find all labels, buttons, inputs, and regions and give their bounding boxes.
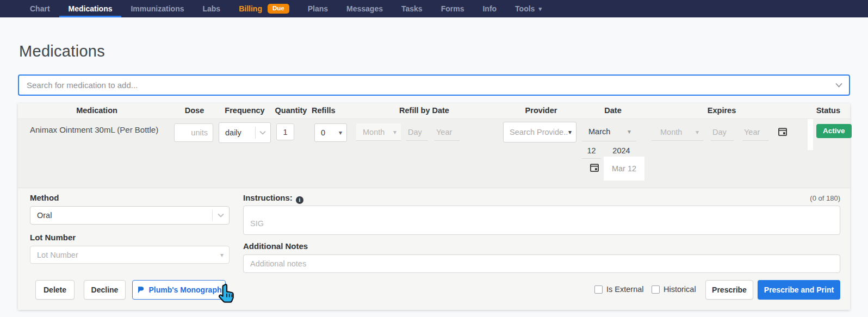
header-dose: Dose <box>174 106 215 115</box>
lot-number-label: Lot Number <box>30 233 76 242</box>
search-chevron-down-icon[interactable] <box>835 83 849 88</box>
tab-medications-label: Medications <box>69 4 113 13</box>
refill-month-select[interactable]: Month ▾ <box>356 123 401 141</box>
billing-due-badge: Due <box>268 4 289 14</box>
lot-number-placeholder: Lot Number <box>30 251 220 259</box>
tab-chart[interactable]: Chart <box>21 0 59 17</box>
tab-info-label: Info <box>482 4 497 13</box>
refills-value: 0 <box>315 128 339 137</box>
lot-number-select[interactable]: Lot Number ▾ <box>30 246 230 264</box>
header-quantity: Quantity <box>269 106 313 115</box>
tab-medications[interactable]: Medications <box>59 0 122 17</box>
date-month-select[interactable]: March ▾ <box>582 122 636 141</box>
historical-checkbox[interactable] <box>652 285 660 294</box>
tab-chart-label: Chart <box>30 4 50 13</box>
tab-billing[interactable]: Billing Due <box>230 0 299 17</box>
is-external-checkbox[interactable] <box>594 285 603 294</box>
date-month-value: March <box>582 127 628 136</box>
tab-forms-label: Forms <box>441 4 464 13</box>
header-expires: Expires <box>689 106 754 115</box>
medication-name: Animax Ointment 30mL (Per Bottle) <box>30 125 158 134</box>
header-frequency: Frequency <box>223 106 266 115</box>
plumbs-logo-icon <box>137 286 145 294</box>
frequency-value: daily <box>219 128 255 137</box>
tab-tasks[interactable]: Tasks <box>392 0 432 17</box>
char-counter: (0 of 180) <box>810 194 840 202</box>
info-icon[interactable]: i <box>296 196 303 204</box>
refill-month-placeholder: Month <box>356 128 393 136</box>
method-label: Method <box>30 193 59 202</box>
tab-billing-label: Billing <box>239 4 262 13</box>
expires-month-select[interactable]: Month ▾ <box>652 123 703 141</box>
header-provider: Provider <box>509 106 574 115</box>
method-divider <box>212 210 213 221</box>
plumbs-monograph-label: Plumb's Monograph <box>149 285 222 294</box>
additional-notes-input[interactable] <box>243 254 840 273</box>
tab-messages[interactable]: Messages <box>337 0 392 17</box>
method-select[interactable]: Oral <box>30 206 230 225</box>
is-external-label: Is External <box>606 285 644 294</box>
date-month-caret-icon: ▾ <box>628 128 636 135</box>
quantity-input[interactable] <box>276 123 294 140</box>
expires-month-caret-icon: ▾ <box>696 129 703 135</box>
header-medication: Medication <box>18 106 176 115</box>
date-display[interactable]: Mar 12 <box>604 157 644 181</box>
frequency-chevron-down-icon <box>259 130 266 135</box>
tab-forms[interactable]: Forms <box>432 0 474 17</box>
tools-dropdown-caret-icon: ▾ <box>538 5 542 13</box>
medication-search-box <box>18 74 850 96</box>
instructions-label: Instructions:i <box>243 193 303 204</box>
provider-placeholder: Search Provide.. <box>504 128 568 136</box>
medication-card: Medication Dose Frequency Quantity Refil… <box>18 103 850 310</box>
plumbs-monograph-button[interactable]: Plumb's Monograph <box>132 280 226 300</box>
prescribe-and-print-button[interactable]: Prescribe and Print <box>758 280 840 300</box>
tab-immunizations[interactable]: Immunizations <box>121 0 193 17</box>
tab-info[interactable]: Info <box>473 0 506 17</box>
header-status: Status <box>786 106 840 115</box>
tab-plans-label: Plans <box>308 4 328 13</box>
historical-label: Historical <box>664 285 696 294</box>
delete-button[interactable]: Delete <box>35 280 75 300</box>
header-refills: Refills <box>312 106 345 115</box>
tab-tools[interactable]: Tools ▾ <box>506 0 551 17</box>
provider-select[interactable]: Search Provide.. ▾ <box>503 122 576 142</box>
provider-caret-icon: ▾ <box>568 129 576 135</box>
header-refill-by-date: Refill by Date <box>381 106 468 115</box>
refills-caret-icon: ▾ <box>339 129 346 136</box>
decline-button[interactable]: Decline <box>84 280 126 300</box>
is-external-checkbox-item[interactable]: Is External <box>594 285 644 294</box>
page-title: Medications <box>19 42 105 60</box>
dose-input[interactable] <box>174 123 213 142</box>
tab-immunizations-label: Immunizations <box>131 4 184 13</box>
frequency-divider <box>255 127 256 139</box>
refill-month-caret-icon: ▾ <box>393 129 401 135</box>
tab-messages-label: Messages <box>346 4 383 13</box>
status-badge: Active <box>816 124 852 138</box>
instructions-textarea[interactable] <box>243 206 840 235</box>
tab-plans[interactable]: Plans <box>299 0 337 17</box>
refill-year-input[interactable] <box>435 123 460 141</box>
header-date: Date <box>591 106 635 115</box>
tab-tools-label: Tools <box>515 4 535 13</box>
date-day-input[interactable] <box>582 142 601 159</box>
prescribe-button[interactable]: Prescribe <box>705 280 753 300</box>
frequency-select[interactable]: daily <box>219 122 271 143</box>
refills-select[interactable]: 0 ▾ <box>314 123 347 142</box>
date-calendar-icon[interactable] <box>589 162 600 175</box>
method-chevron-down-icon <box>218 213 224 217</box>
medication-search-input[interactable] <box>19 80 835 90</box>
expires-day-input[interactable] <box>711 123 734 141</box>
expires-calendar-icon[interactable] <box>777 126 788 139</box>
method-value: Oral <box>30 211 212 220</box>
top-nav: Chart Medications Immunizations Labs Bil… <box>0 0 868 17</box>
refill-day-input[interactable] <box>406 123 428 141</box>
tab-labs[interactable]: Labs <box>193 0 230 17</box>
medications-screen: Chart Medications Immunizations Labs Bil… <box>0 0 868 317</box>
additional-notes-label: Additional Notes <box>243 241 308 251</box>
tab-labs-label: Labs <box>202 4 220 13</box>
lot-number-caret-icon: ▾ <box>220 252 229 258</box>
expires-year-input[interactable] <box>742 123 768 141</box>
historical-checkbox-item[interactable]: Historical <box>652 285 696 294</box>
status-column-strip <box>808 119 813 150</box>
expires-month-placeholder: Month <box>652 128 696 136</box>
